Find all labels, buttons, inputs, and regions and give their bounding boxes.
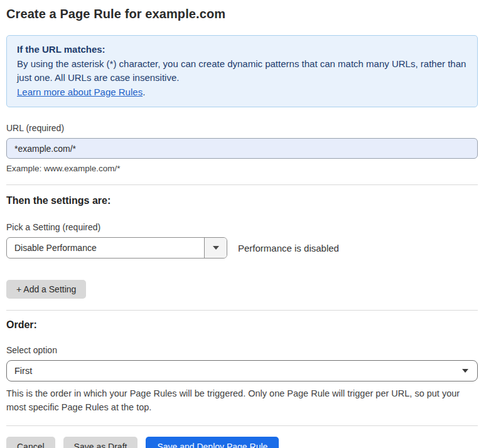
settings-section-heading: Then the settings are: [6,195,478,206]
link-suffix: . [143,87,145,97]
add-setting-button[interactable]: + Add a Setting [6,280,86,299]
divider [6,310,478,311]
info-box-link-line: Learn more about Page Rules. [17,85,467,100]
page-rule-form: Create a Page Rule for example.com If th… [0,0,496,448]
learn-more-link[interactable]: Learn more about Page Rules [17,87,143,97]
page-title: Create a Page Rule for example.com [6,7,478,21]
info-box-heading: If the URL matches: [17,43,467,57]
save-as-draft-button[interactable]: Save as Draft [63,437,138,448]
setting-select-value: Disable Performance [7,238,204,258]
url-field-label: URL (required) [6,123,478,133]
order-help-text: This is the order in which your Page Rul… [6,387,478,414]
divider [6,184,478,185]
divider [6,425,478,426]
setting-picker-row: Disable Performance Performance is disab… [6,237,478,259]
setting-select[interactable]: Disable Performance [6,237,227,259]
info-box-body: By using the asterisk (*) character, you… [17,57,467,85]
pick-setting-label: Pick a Setting (required) [6,222,478,232]
url-input[interactable] [6,138,478,159]
order-section-heading: Order: [6,319,478,331]
cancel-button[interactable]: Cancel [6,437,55,448]
footer-actions: Cancel Save as Draft Save and Deploy Pag… [6,437,478,448]
setting-select-dropdown-button[interactable] [204,238,227,258]
order-select-value: First [14,366,462,376]
url-match-info-box: If the URL matches: By using the asteris… [6,35,478,107]
url-example-text: Example: www.example.com/* [6,164,478,173]
caret-down-icon [462,369,468,373]
order-select[interactable]: First [6,360,478,381]
caret-down-icon [213,246,219,250]
save-and-deploy-button[interactable]: Save and Deploy Page Rule [146,437,279,448]
order-select-label: Select option [6,345,478,355]
setting-status-text: Performance is disabled [238,243,339,253]
